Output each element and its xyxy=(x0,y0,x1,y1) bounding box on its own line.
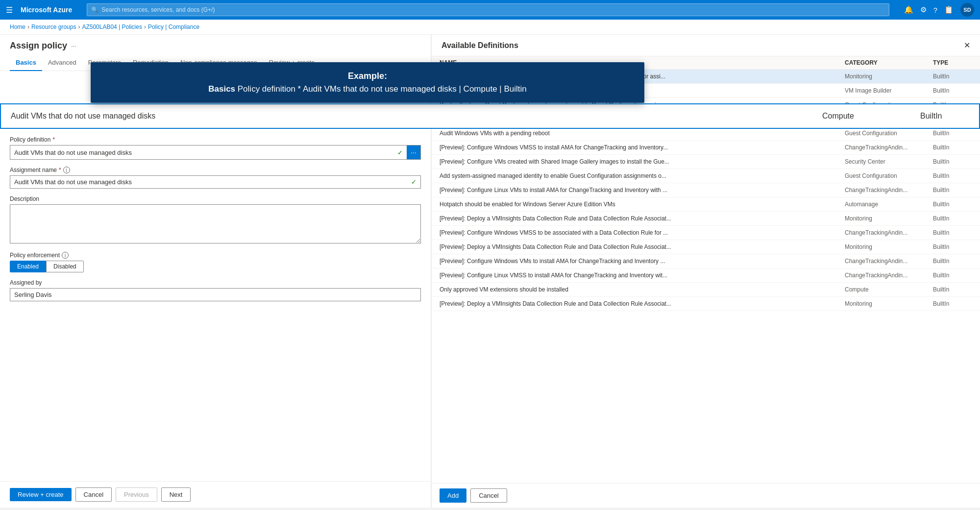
assignment-name-input[interactable] xyxy=(10,176,407,188)
notifications-icon[interactable]: 🔔 xyxy=(904,5,913,14)
col-header-type: TYPE xyxy=(933,59,972,66)
table-row[interactable]: [Preview]: Configure Windows VMs to inst… xyxy=(432,254,980,268)
policy-definition-label: Policy definition * xyxy=(10,136,421,143)
def-category: ChangeTrackingAndin... xyxy=(845,187,933,194)
close-panel-button[interactable]: ✕ xyxy=(964,41,970,50)
cancel-definition-button[interactable]: Cancel xyxy=(470,488,507,503)
settings-icon[interactable]: ⚙ xyxy=(920,5,927,14)
table-row[interactable]: [Preview]: Configure Linux VMSS to insta… xyxy=(432,268,980,283)
check-icon: ✓ xyxy=(397,149,403,156)
page-title: Assign policy xyxy=(10,41,67,51)
policy-enforcement-label: Policy enforcement i xyxy=(10,252,421,259)
breadcrumb-home[interactable]: Home xyxy=(10,24,25,30)
def-type: BuiltIn xyxy=(933,172,972,179)
def-name: Audit Windows VMs with a pending reboot xyxy=(440,130,845,137)
table-row[interactable]: [Preview]: Deploy a VMInsights Data Coll… xyxy=(432,297,980,311)
next-button[interactable]: Next xyxy=(161,487,191,502)
table-row[interactable]: [Preview]: Deploy a VMInsights Data Coll… xyxy=(432,240,980,254)
def-category: Security Center xyxy=(845,158,933,165)
panel-header: Assign policy ··· xyxy=(0,35,431,51)
right-panel-title: Available Definitions xyxy=(441,41,518,50)
required-asterisk-2: * xyxy=(59,167,61,173)
def-name: [Preview]: Configure Windows VMSS to be … xyxy=(440,229,845,236)
tab-basics[interactable]: Basics xyxy=(10,55,42,71)
enforcement-enabled-button[interactable]: Enabled xyxy=(10,261,46,272)
tab-advanced[interactable]: Advanced xyxy=(42,55,82,71)
def-name: [Preview]: Deploy a VMInsights Data Coll… xyxy=(440,300,845,307)
add-definition-button[interactable]: Add xyxy=(440,488,466,503)
policy-definition-field: Policy definition * ✓ ··· xyxy=(10,136,421,160)
example-rest-text: Policy definition * Audit VMs that do no… xyxy=(238,84,431,94)
policy-definition-browse-button[interactable]: ··· xyxy=(407,146,420,159)
def-type: BuiltIn xyxy=(933,300,972,307)
example-banner-content: Basics Policy definition * Audit VMs tha… xyxy=(105,84,431,94)
assigned-by-field: Assigned by xyxy=(10,279,421,301)
more-options-icon[interactable]: ··· xyxy=(71,42,76,49)
policy-definition-input-wrapper: ✓ ··· xyxy=(10,145,421,160)
def-name: [Preview]: Deploy a VMInsights Data Coll… xyxy=(440,243,845,250)
assignment-name-field: Assignment name * i ✓ xyxy=(10,167,421,189)
assignment-name-info-icon[interactable]: i xyxy=(63,167,70,173)
right-panel-header: Available Definitions ✕ xyxy=(432,35,980,56)
hamburger-menu-icon[interactable]: ☰ xyxy=(6,5,13,15)
breadcrumb-policy-compliance[interactable]: Policy | Compliance xyxy=(148,24,199,30)
right-panel-footer: Add Cancel xyxy=(432,483,980,508)
assigned-by-input[interactable] xyxy=(10,288,421,301)
def-category: VM Image Builder xyxy=(845,87,933,94)
def-type: BuiltIn xyxy=(933,201,972,208)
def-type: BuiltIn xyxy=(933,243,972,250)
def-type: BuiltIn xyxy=(933,229,972,236)
def-type: BuiltIn xyxy=(933,215,972,222)
top-navigation-bar: ☰ Microsoft Azure 🔍 Search resources, se… xyxy=(0,0,980,20)
policy-enforcement-field: Policy enforcement i Enabled Disabled xyxy=(10,252,421,272)
table-row[interactable]: [Preview]: Configure VMs created with Sh… xyxy=(432,155,980,169)
def-type: BuiltIn xyxy=(933,158,972,165)
table-row[interactable]: [Preview]: Deploy a VMInsights Data Coll… xyxy=(432,212,980,226)
def-category: Monitoring xyxy=(845,73,933,80)
table-row[interactable]: [Preview]: Configure Windows VMSS to be … xyxy=(432,226,980,240)
help-icon[interactable]: ? xyxy=(933,6,937,14)
def-type: BuiltIn xyxy=(933,73,972,80)
def-category: ChangeTrackingAndin... xyxy=(845,229,933,236)
def-type: BuiltIn xyxy=(933,144,972,151)
table-row[interactable]: [Preview]: Configure Windows VMSS to ins… xyxy=(432,141,980,155)
highlight-definition-row: Audit VMs that do not use managed disks … xyxy=(0,103,431,129)
def-name: Hotpatch should be enabled for Windows S… xyxy=(440,201,845,208)
assignment-check-icon: ✓ xyxy=(411,178,416,186)
avatar[interactable]: SD xyxy=(960,3,974,17)
def-category: ChangeTrackingAndin... xyxy=(845,272,933,279)
description-textarea[interactable] xyxy=(10,204,421,243)
search-placeholder: Search resources, services, and docs (G+… xyxy=(101,6,215,13)
bottom-action-bar: Review + create Cancel Previous Next xyxy=(0,481,431,508)
enforcement-disabled-button[interactable]: Disabled xyxy=(46,261,84,272)
required-asterisk: * xyxy=(52,136,55,143)
def-category: ChangeTrackingAndin... xyxy=(845,144,933,151)
def-name: [Preview]: Configure Windows VMs to inst… xyxy=(440,258,845,265)
highlight-row-name: Audit VMs that do not use managed disks xyxy=(11,112,431,121)
def-type: BuiltIn xyxy=(933,187,972,194)
left-panel: Assign policy ··· Basics Advanced Parame… xyxy=(0,35,431,508)
def-type: BuiltIn xyxy=(933,130,972,137)
top-bar-icons: 🔔 ⚙ ? 📋 SD xyxy=(904,3,974,17)
policy-definition-input[interactable] xyxy=(10,146,393,159)
policy-enforcement-info-icon[interactable]: i xyxy=(62,252,69,259)
table-row[interactable]: Hotpatch should be enabled for Windows S… xyxy=(432,197,980,212)
breadcrumb-resource-groups[interactable]: Resource groups xyxy=(31,24,76,30)
def-category: Monitoring xyxy=(845,300,933,307)
table-row[interactable]: Add system-assigned managed identity to … xyxy=(432,169,980,183)
review-create-button[interactable]: Review + create xyxy=(10,488,72,501)
description-label: Description xyxy=(10,195,421,202)
description-field: Description xyxy=(10,195,421,245)
table-row[interactable]: Only approved VM extensions should be in… xyxy=(432,283,980,297)
def-name: Add system-assigned managed identity to … xyxy=(440,172,845,179)
def-type: BuiltIn xyxy=(933,87,972,94)
def-name: Only approved VM extensions should be in… xyxy=(440,286,845,293)
global-search-bar[interactable]: 🔍 Search resources, services, and docs (… xyxy=(87,3,889,16)
def-category: Monitoring xyxy=(845,243,933,250)
table-row[interactable]: [Preview]: Configure Linux VMs to instal… xyxy=(432,183,980,197)
breadcrumb-policies[interactable]: AZ500LAB04 | Policies xyxy=(82,24,142,30)
def-name: [Preview]: Configure Windows VMSS to ins… xyxy=(440,144,845,151)
cancel-button[interactable]: Cancel xyxy=(75,487,112,502)
enforcement-toggle-group: Enabled Disabled xyxy=(10,261,421,272)
feedback-icon[interactable]: 📋 xyxy=(944,5,954,14)
